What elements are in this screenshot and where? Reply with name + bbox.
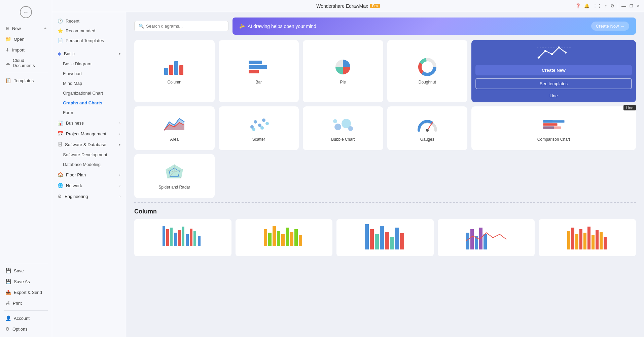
- nav-personal-templates[interactable]: 📄 Personal Templates: [52, 36, 126, 45]
- sidebar-item-export[interactable]: 📤 Export & Send: [0, 287, 52, 298]
- sidebar-item-print[interactable]: 🖨 Print: [0, 298, 52, 308]
- share-icon[interactable]: ↑: [605, 3, 607, 8]
- main-nav-section: ⊕ New + 📁 Open ⬇ Import ☁ Cloud Document…: [0, 22, 52, 87]
- svg-rect-77: [484, 234, 487, 249]
- svg-point-25: [252, 128, 255, 131]
- plus-icon: ⊕: [5, 26, 9, 31]
- chart-card-area[interactable]: Area: [134, 106, 215, 150]
- sidebar-item-templates[interactable]: 📋 Templates: [0, 75, 52, 86]
- column-section-title: Column: [134, 208, 636, 215]
- content-body: 🕐 Recent ⭐ Recommended 📄 Personal Templa…: [52, 12, 644, 337]
- notifications-icon[interactable]: 🔔: [584, 3, 589, 8]
- nav-software-dev[interactable]: Software Development: [52, 150, 126, 160]
- gauges-label: Gauges: [420, 137, 434, 142]
- svg-point-22: [254, 120, 257, 124]
- svg-rect-57: [268, 233, 272, 246]
- svg-rect-66: [370, 229, 374, 249]
- template-card-1[interactable]: [134, 219, 231, 256]
- template-card-5[interactable]: [539, 219, 636, 256]
- close-button[interactable]: ✕: [637, 4, 640, 8]
- nav-graphs-charts[interactable]: Graphs and Charts: [52, 98, 126, 108]
- template-card-4[interactable]: [438, 219, 535, 256]
- sidebar-item-new[interactable]: ⊕ New +: [0, 23, 52, 34]
- settings-icon[interactable]: ⚙: [610, 3, 614, 8]
- template-card-3[interactable]: [336, 219, 434, 256]
- restore-button[interactable]: ❐: [630, 4, 633, 8]
- chart-card-pie[interactable]: Pie: [303, 40, 383, 102]
- nav-recommended[interactable]: ⭐ Recommended: [52, 26, 126, 36]
- sidebar-item-cloud[interactable]: ☁ Cloud Documents: [0, 55, 52, 71]
- doughnut-chart-icon: [416, 58, 439, 76]
- apps-icon[interactable]: ⋮⋮: [593, 3, 602, 8]
- saveas-icon: 💾: [5, 279, 11, 284]
- nav-section-software-db[interactable]: 🗄 Software & Database ▾: [52, 139, 126, 150]
- column-label: Column: [168, 80, 181, 85]
- nav-section-business[interactable]: 📊 Business ›: [52, 117, 126, 128]
- chart-card-line-special[interactable]: Create New See templates Line Line: [471, 40, 636, 102]
- create-now-button[interactable]: Create Now →: [591, 22, 629, 31]
- svg-rect-38: [543, 126, 561, 129]
- chart-card-column[interactable]: Column: [134, 40, 215, 102]
- chart-card-bubble[interactable]: Bubble Chart: [303, 106, 383, 150]
- sidebar-item-open[interactable]: 📁 Open: [0, 34, 52, 44]
- nav-basic-diagram[interactable]: Basic Diagram: [52, 59, 126, 69]
- window-controls: ❓ 🔔 ⋮⋮ ↑ ⚙ — ❐ ✕: [575, 3, 640, 9]
- svg-line-32: [427, 123, 432, 130]
- nav-mind-map[interactable]: Mind Map: [52, 78, 126, 88]
- svg-rect-78: [567, 231, 570, 249]
- chevron-right-icon2: ›: [119, 132, 120, 136]
- nav-section-project-mgmt[interactable]: 📅 Project Management ›: [52, 128, 126, 139]
- chart-card-scatter[interactable]: Scatter: [219, 106, 299, 150]
- svg-rect-52: [186, 234, 189, 246]
- chart-card-comparison[interactable]: Comparison Chart: [471, 106, 636, 150]
- search-icon: 🔍: [139, 24, 144, 29]
- basic-icon: ◆: [58, 51, 61, 56]
- back-icon: ←: [23, 9, 29, 15]
- nav-org-chart[interactable]: Organizational Chart: [52, 88, 126, 98]
- sidebar-item-options[interactable]: ⚙ Options: [0, 324, 52, 334]
- svg-rect-55: [198, 236, 201, 246]
- ai-banner-text: ✨ AI drawing helps open your mind: [239, 24, 316, 29]
- template-card-2[interactable]: [236, 219, 333, 256]
- nav-db-modeling[interactable]: Database Modeling: [52, 160, 126, 169]
- svg-rect-87: [604, 237, 607, 249]
- nav-recent[interactable]: 🕐 Recent: [52, 16, 126, 26]
- sidebar-item-saveas[interactable]: 💾 Save As: [0, 276, 52, 287]
- svg-rect-1: [169, 65, 173, 75]
- window-titlebar: Wondershare EdrawMax Pro ❓ 🔔 ⋮⋮ ↑ ⚙ — ❐ …: [52, 0, 644, 12]
- search-input[interactable]: [146, 24, 224, 29]
- sidebar-item-save[interactable]: 💾 Save: [0, 265, 52, 276]
- sidebar-item-account[interactable]: 👤 Account: [0, 313, 52, 324]
- svg-rect-64: [299, 235, 302, 246]
- nav-form[interactable]: Form: [52, 108, 126, 117]
- new-icon: +: [44, 26, 46, 30]
- search-box[interactable]: 🔍: [134, 21, 228, 31]
- svg-rect-2: [174, 61, 178, 75]
- chart-card-spider[interactable]: Spider and Radar: [134, 154, 215, 198]
- svg-rect-71: [395, 228, 399, 249]
- help-icon[interactable]: ❓: [575, 3, 581, 8]
- chart-card-bar[interactable]: Bar: [219, 40, 299, 102]
- back-button[interactable]: ←: [0, 3, 52, 22]
- nav-section-engineering[interactable]: ⚙ Engineering ›: [52, 191, 126, 202]
- chart-card-doughnut[interactable]: Doughnut: [387, 40, 468, 102]
- nav-section-network[interactable]: 🌐 Network ›: [52, 180, 126, 191]
- svg-rect-82: [583, 233, 586, 249]
- nav-flowchart[interactable]: Flowchart: [52, 69, 126, 78]
- svg-rect-56: [264, 229, 267, 246]
- charts-row1: Column Bar: [134, 40, 636, 102]
- templates-grid: [134, 219, 636, 256]
- nav-section-floor-plan[interactable]: 🏠 Floor Plan ›: [52, 169, 126, 180]
- chart-card-gauges[interactable]: Gauges: [387, 106, 468, 150]
- app-title-area: Wondershare EdrawMax Pro: [316, 3, 380, 9]
- svg-rect-53: [190, 229, 192, 246]
- chevron-right-icon5: ›: [119, 195, 120, 198]
- divider-vert: [618, 3, 618, 9]
- template-preview-2: [262, 223, 306, 253]
- see-templates-button[interactable]: See templates: [475, 78, 632, 89]
- minimize-button[interactable]: —: [621, 3, 626, 9]
- sidebar-item-import[interactable]: ⬇ Import: [0, 44, 52, 55]
- create-new-button[interactable]: Create New: [475, 65, 632, 75]
- nav-section-basic[interactable]: ◆ Basic ▾: [52, 48, 126, 59]
- charts-row3: Spider and Radar: [134, 154, 636, 198]
